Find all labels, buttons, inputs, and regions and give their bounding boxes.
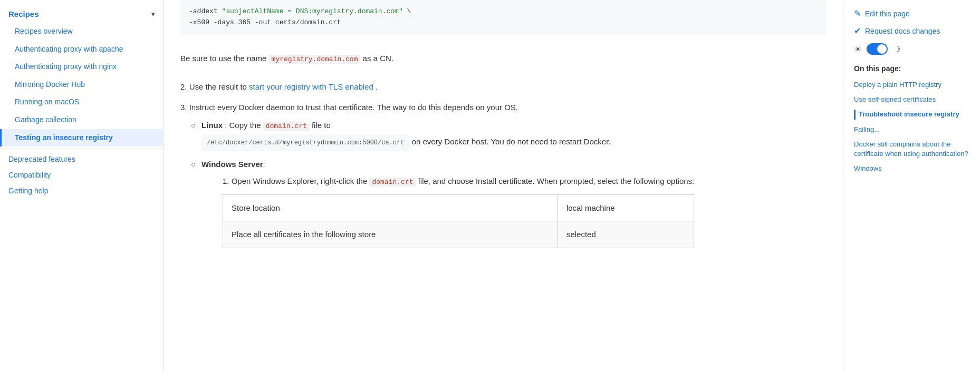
sidebar-item-deprecated[interactable]: Deprecated features xyxy=(0,151,163,167)
table-row-2: Place all certificates in the following … xyxy=(223,221,694,248)
prose-section-1: Be sure to use the name myregistry.domai… xyxy=(180,43,826,80)
sidebar-item-testing-insecure[interactable]: Testing an insecure registry xyxy=(0,129,163,147)
edit-icon: ✎ xyxy=(854,8,861,18)
windows-label: Windows Server xyxy=(201,160,263,169)
toc-item-docker-complains[interactable]: Docker still complains about the certifi… xyxy=(854,140,969,159)
sidebar-item-auth-nginx[interactable]: Authenticating proxy with nginx xyxy=(0,58,163,76)
table-cell-place-label: Place all certificates in the following … xyxy=(223,221,558,248)
bullet-linux: ○ Linux : Copy the domain.crt file to /e… xyxy=(191,119,826,153)
prose-line-cn: Be sure to use the name myregistry.domai… xyxy=(180,52,826,65)
windows-sub-1: 1. Open Windows Explorer, right-click th… xyxy=(223,174,694,188)
sidebar-item-garbage[interactable]: Garbage collection xyxy=(0,111,163,129)
linux-label: Linux xyxy=(201,121,223,130)
code-line1-str: "subjectAltName = DNS:myregistry.domain.… xyxy=(222,7,402,15)
theme-toggle-row: ☀ ☽ xyxy=(854,43,969,55)
request-docs-action[interactable]: ✔ Request docs changes xyxy=(854,26,969,36)
long-path-code: /etc/docker/certs.d/myregistrydomain.com… xyxy=(201,134,409,151)
table-cell-place-value: selected xyxy=(558,221,694,248)
sun-icon: ☀ xyxy=(854,44,861,54)
sidebar-arrow-icon: ▾ xyxy=(151,11,155,18)
sidebar-item-recipes-overview[interactable]: Recipes overview xyxy=(0,23,163,41)
edit-page-label: Edit this page xyxy=(865,9,910,18)
sidebar-item-macos[interactable]: Running on macOS xyxy=(0,93,163,111)
step-2: 2. Use the result to start your registry… xyxy=(180,80,826,94)
sidebar-item-auth-apache[interactable]: Authenticating proxy with apache xyxy=(0,41,163,58)
theme-toggle-switch[interactable] xyxy=(867,43,888,55)
code-line1-slash: \ xyxy=(403,7,411,15)
sidebar-item-getting-help[interactable]: Getting help xyxy=(0,183,163,199)
sidebar-item-compatibility[interactable]: Compatibility xyxy=(0,167,163,183)
inline-code-domain-crt: domain.crt xyxy=(263,122,310,131)
edit-page-action[interactable]: ✎ Edit this page xyxy=(854,8,969,18)
code-block: -addext "subjectAltName = DNS:myregistry… xyxy=(180,0,826,35)
toc-item-failing[interactable]: Failing... xyxy=(854,125,969,134)
tls-link[interactable]: start your registry with TLS enabled xyxy=(249,82,373,91)
right-panel: ✎ Edit this page ✔ Request docs changes … xyxy=(843,0,980,372)
toc-item-plain-http[interactable]: Deploy a plain HTTP registry xyxy=(854,80,969,90)
sidebar-divider-1 xyxy=(0,149,163,149)
bullet-sym-linux: ○ xyxy=(191,119,201,132)
sidebar-top-label: Recipes xyxy=(8,9,39,18)
table-row-1: Store location local machine xyxy=(223,194,694,221)
code-line2: -x509 -days 365 -out certs/domain.crt xyxy=(189,18,341,26)
sidebar: Recipes ▾ Recipes overview Authenticatin… xyxy=(0,0,164,372)
inline-code-domain-crt-2: domain.crt xyxy=(369,178,416,187)
code-line1-flag: -addext xyxy=(189,7,222,15)
table-cell-store-label: Store location xyxy=(223,194,558,221)
moon-icon: ☽ xyxy=(893,44,900,54)
request-docs-label: Request docs changes xyxy=(865,27,940,35)
step-3-text: 3. Instruct every Docker daemon to trust… xyxy=(180,101,518,114)
inline-code-domain: myregistry.domain.com xyxy=(269,55,361,64)
bullet-sym-windows: ○ xyxy=(191,158,201,171)
bullet-windows: ○ Windows Server: 1. Open Windows Explor… xyxy=(191,158,826,248)
sidebar-top-item-recipes[interactable]: Recipes ▾ xyxy=(0,5,163,23)
on-this-page-heading: On this page: xyxy=(854,64,969,73)
windows-subitems: 1. Open Windows Explorer, right-click th… xyxy=(223,174,694,248)
toc-item-windows[interactable]: Windows xyxy=(854,164,969,173)
toc-item-troubleshoot[interactable]: Troubleshoot insecure registry xyxy=(854,110,969,119)
certificate-table: Store location local machine Place all c… xyxy=(223,194,694,248)
step-3: 3. Instruct every Docker daemon to trust… xyxy=(180,101,826,248)
sidebar-item-mirroring[interactable]: Mirroring Docker Hub xyxy=(0,76,163,94)
table-cell-store-value: local machine xyxy=(558,194,694,221)
check-icon: ✔ xyxy=(854,26,861,36)
step-2-text: 2. Use the result to start your registry… xyxy=(180,80,378,94)
main-content: -addext "subjectAltName = DNS:myregistry… xyxy=(164,0,843,372)
toc-item-self-signed[interactable]: Use self-signed certificates xyxy=(854,95,969,104)
